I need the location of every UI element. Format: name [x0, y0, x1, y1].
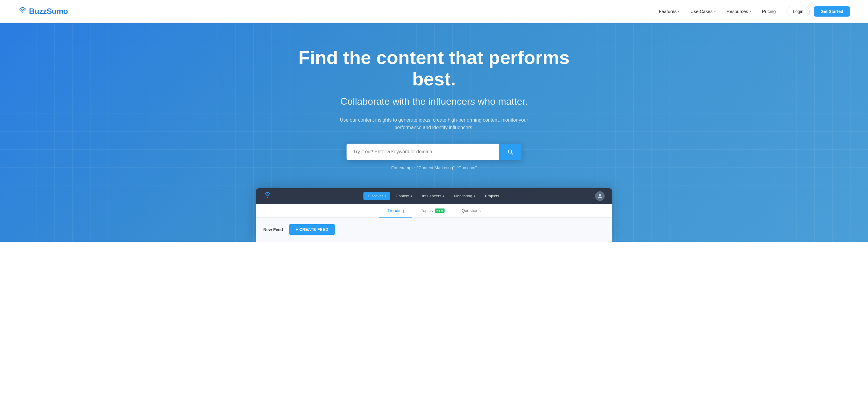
- logo[interactable]: BuzzSumo: [18, 7, 68, 16]
- login-button[interactable]: Login: [786, 7, 809, 16]
- avatar[interactable]: [595, 191, 605, 201]
- chevron-down-icon: ▾: [749, 10, 751, 13]
- tab-questions[interactable]: Questions: [453, 204, 489, 217]
- buzzsumo-icon: [18, 7, 27, 16]
- hero-subtitle: Collaborate with the influencers who mat…: [283, 96, 585, 107]
- dashboard-body: New Feed + CREATE Feed: [256, 217, 612, 242]
- nav-features[interactable]: Features ▾: [659, 9, 680, 14]
- dashboard-topbar: Discover ▾ Content ▾ Influencers ▾ Monit…: [256, 188, 612, 204]
- search-input[interactable]: [346, 144, 499, 160]
- chevron-down-icon: ▾: [384, 194, 386, 198]
- search-example: For example: "Content Marketing", "Cnn.c…: [283, 166, 585, 170]
- chevron-down-icon: ▾: [678, 10, 680, 13]
- chevron-down-icon: ▾: [411, 194, 412, 198]
- nav-use-cases[interactable]: Use Cases ▾: [690, 9, 715, 14]
- dash-nav-influencers[interactable]: Influencers ▾: [418, 192, 448, 200]
- dashboard-preview: Discover ▾ Content ▾ Influencers ▾ Monit…: [256, 188, 612, 242]
- hero-description: Use our content insights to generate ide…: [338, 116, 530, 131]
- new-badge: NEW: [435, 209, 445, 213]
- dash-nav-projects[interactable]: Projects: [481, 192, 503, 200]
- dash-nav-content[interactable]: Content ▾: [392, 192, 417, 200]
- hero-section: Find the content that performs best. Col…: [0, 23, 868, 242]
- create-feed-button[interactable]: + CREATE Feed: [289, 224, 335, 235]
- nav-pricing[interactable]: Pricing: [762, 9, 776, 14]
- logo-text: BuzzSumo: [29, 7, 68, 16]
- chevron-down-icon: ▾: [474, 194, 475, 198]
- get-started-button[interactable]: Get Started: [814, 6, 850, 17]
- search-container: [346, 144, 522, 160]
- hero-content: Find the content that performs best. Col…: [283, 47, 585, 185]
- dashboard-tabs: Trending Topics NEW Questions: [256, 204, 612, 217]
- nav-actions: Login Get Started: [786, 6, 850, 17]
- dash-logo-icon: [263, 192, 272, 200]
- nav-links: Features ▾ Use Cases ▾ Resources ▾ Prici…: [659, 9, 776, 14]
- tab-trending[interactable]: Trending: [379, 204, 412, 217]
- hero-title: Find the content that performs best.: [283, 47, 585, 90]
- new-feed-label: New Feed: [263, 227, 283, 232]
- dashboard-nav: Discover ▾ Content ▾ Influencers ▾ Monit…: [364, 192, 503, 200]
- dash-nav-discover[interactable]: Discover ▾: [364, 192, 390, 200]
- search-button[interactable]: [499, 144, 522, 160]
- chevron-down-icon: ▾: [714, 10, 716, 13]
- navbar: BuzzSumo Features ▾ Use Cases ▾ Resource…: [0, 0, 868, 23]
- search-icon: [507, 148, 514, 155]
- tab-topics[interactable]: Topics NEW: [412, 204, 453, 217]
- chevron-down-icon: ▾: [443, 194, 444, 198]
- dash-nav-monitoring[interactable]: Monitoring ▾: [450, 192, 479, 200]
- nav-resources[interactable]: Resources ▾: [726, 9, 751, 14]
